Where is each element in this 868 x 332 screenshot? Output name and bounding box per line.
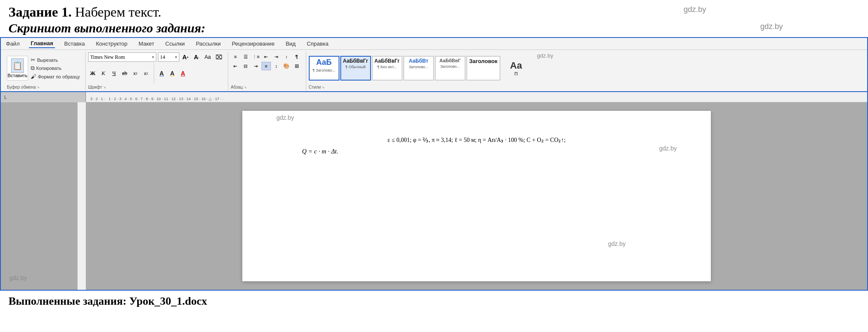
ruler: L gdz.by 3 · 2 · 1 · 1 · 2 · 3 · 4 · 5 ·… (1, 92, 867, 102)
styles-content: АаБ ¶ Заголово... АаБбВвГг ¶ Обычный АаБ… (309, 52, 553, 84)
style-label-5: Заголово... (440, 64, 460, 69)
style-preview-1: АаБ (316, 58, 332, 67)
menu-layout[interactable]: Макет (137, 40, 156, 48)
align-left-button[interactable]: ⇤ (231, 62, 240, 70)
cut-button[interactable]: ✂ Вырезать (30, 56, 81, 64)
menu-home[interactable]: Главная (29, 39, 55, 48)
menu-help[interactable]: Справка (305, 40, 330, 48)
size-dropdown-arrow: ▾ (175, 55, 177, 59)
style-preview-4: АаБбВт (409, 58, 428, 64)
multilevel-button[interactable]: ⋮≡ (251, 52, 261, 61)
justify-button[interactable]: ≡ (262, 62, 271, 70)
borders-button[interactable]: ⊞ (292, 62, 302, 70)
style-label-2: ¶ Обычный (345, 65, 365, 69)
style-card-heading2[interactable]: АаБбВт Заголово... (403, 56, 434, 81)
clipboard-label: Буфер обмена ↘ (7, 84, 40, 89)
style-label-1: ¶ Заголово... (313, 68, 335, 72)
word-window: Файл Главная Вставка Конструктор Макет С… (0, 37, 868, 291)
font-content: Times New Rom ▾ 14 ▾ A+ A- Aa ⌧ Ж К Ч (88, 52, 224, 84)
clipboard-content: 📋 Вставить ✂ Вырезать ⧉ Копировать 🖌 Фор… (7, 52, 81, 84)
gdz-page-lower: gdz.by (608, 240, 626, 247)
style-card-normal[interactable]: АаБбВвГг ¶ Обычный (340, 56, 371, 81)
formula-line: ε ≤ 0,001; φ = ⅔, π ≈ 3,14; ℓ = 50 м; η … (276, 136, 677, 144)
font-row-2: Ж К Ч ab x2 x2 A A A (88, 63, 188, 84)
para-row-1: ≡ ☰ ⋮≡ ⇤ ⇥ ↕ ¶ (231, 52, 302, 61)
style-label-3: ¶ Без инт... (377, 65, 397, 69)
show-marks-button[interactable]: ¶ (292, 52, 302, 61)
format-painter-button[interactable]: 🖌 Формат по образцу (30, 73, 81, 80)
clipboard-group: 📋 Вставить ✂ Вырезать ⧉ Копировать 🖌 Фор… (4, 52, 86, 90)
task-title: Задание 1. Наберем текст. (9, 4, 859, 20)
font-size-selector[interactable]: 14 ▾ (158, 52, 179, 62)
menu-mailings[interactable]: Рассылки (194, 40, 222, 48)
menu-file[interactable]: Файл (4, 40, 21, 48)
decrease-font-button[interactable]: A- (192, 52, 201, 62)
styles-label: Стили ↘ (309, 84, 325, 89)
bold-button[interactable]: Ж (88, 69, 98, 78)
font-group: Times New Rom ▾ 14 ▾ A+ A- Aa ⌧ Ж К Ч (86, 52, 228, 90)
vertical-ruler (78, 102, 86, 290)
line-spacing-button[interactable]: ↕ (272, 62, 281, 70)
ruler-scale: 3 · 2 · 1 · 1 · 2 · 3 · 4 · 5 · 6 · 7 · … (86, 92, 867, 102)
ruler-left: L gdz.by (1, 92, 86, 102)
underline-button[interactable]: Ч (109, 69, 119, 78)
subscript-button[interactable]: x2 (131, 69, 140, 78)
styles-arrow[interactable]: ↘ (322, 85, 325, 89)
style-card-heading4[interactable]: Заголовок (466, 56, 500, 81)
paragraph-content: ≡ ☰ ⋮≡ ⇤ ⇥ ↕ ¶ ⇤ ⊟ ⇥ ≡ ↕ 🎨 ⊞ (231, 52, 302, 84)
italic-button[interactable]: К (99, 69, 108, 78)
bullets-button[interactable]: ≡ (231, 52, 240, 61)
ribbon: 📋 Вставить ✂ Вырезать ⧉ Копировать 🖌 Фор… (1, 50, 867, 92)
font-row-1: Times New Rom ▾ 14 ▾ A+ A- Aa ⌧ (88, 52, 224, 62)
menu-links[interactable]: Ссылки (164, 40, 187, 48)
font-color-btn-a[interactable]: A (157, 69, 167, 78)
sort-button[interactable]: ↕ (282, 52, 291, 61)
gdz-watermark-1: gdz.by (684, 5, 706, 14)
clear-format-button[interactable]: ⌧ (214, 52, 224, 62)
font-selector[interactable]: Times New Rom ▾ (88, 52, 156, 62)
style-card-nospace[interactable]: АаБбВвГг ¶ Без инт... (372, 56, 402, 81)
style-preview-3: АаБбВвГг (374, 58, 400, 64)
strikethrough-button[interactable]: ab (120, 69, 129, 78)
format-painter-icon: 🖌 (31, 73, 36, 80)
para-row-2: ⇤ ⊟ ⇥ ≡ ↕ 🎨 ⊞ (231, 62, 302, 70)
top-area: gdz.by gdz.by Задание 1. Наберем текст. … (0, 0, 868, 37)
align-right-button[interactable]: ⇥ (251, 62, 261, 70)
gdz-page-mid: gdz.by (659, 145, 677, 152)
ruler-l-label: L (4, 95, 7, 100)
italic-formula: Q = c · m · Δt. (302, 148, 677, 155)
font-highlight-btn[interactable]: A (168, 69, 177, 78)
align-center-button[interactable]: ⊟ (241, 62, 250, 70)
aa-button[interactable]: Aa (203, 52, 213, 62)
styles-gdz: gdz.by (537, 52, 553, 59)
copy-button[interactable]: ⧉ Копировать (30, 64, 81, 72)
page-content: ε ≤ 0,001; φ = ⅔, π ≈ 3,14; ℓ = 50 м; η … (276, 136, 677, 155)
style-preview-6: Заголовок (469, 58, 497, 65)
indent-button[interactable]: ⇥ (272, 52, 281, 61)
style-card-large[interactable]: Аа П (501, 56, 531, 81)
font-arrow[interactable]: ↘ (103, 85, 106, 89)
doc-left-bar: gdz.by (1, 102, 86, 290)
menu-insert[interactable]: Вставка (63, 40, 86, 48)
superscript-button[interactable]: x2 (141, 69, 151, 78)
menu-review[interactable]: Рецензирование (230, 40, 276, 48)
shading-button[interactable]: 🎨 (282, 62, 291, 70)
style-preview-2: АаБбВвГг (343, 58, 368, 64)
clipboard-arrow[interactable]: ↘ (37, 85, 40, 89)
paste-icon: 📋 (11, 58, 24, 73)
menu-constructor[interactable]: Конструктор (94, 40, 129, 48)
font-color-btn-red[interactable]: A (178, 69, 188, 78)
document-page[interactable]: gdz.by gdz.by gdz.by ε ≤ 0,001; φ = ⅔, π… (242, 111, 711, 281)
paragraph-group: ≡ ☰ ⋮≡ ⇤ ⇥ ↕ ¶ ⇤ ⊟ ⇥ ≡ ↕ 🎨 ⊞ (228, 52, 306, 90)
paragraph-arrow[interactable]: ↘ (244, 85, 247, 89)
numbering-button[interactable]: ☰ (241, 52, 250, 61)
increase-font-button[interactable]: A+ (181, 52, 190, 62)
clipboard-buttons: ✂ Вырезать ⧉ Копировать 🖌 Формат по обра… (30, 56, 81, 80)
paste-button[interactable]: 📋 Вставить (7, 56, 28, 81)
style-card-heading3[interactable]: АаБбВвГ Заголово... (435, 56, 466, 81)
style-card-heading1[interactable]: АаБ ¶ Заголово... (309, 56, 339, 81)
menu-view[interactable]: Вид (284, 40, 298, 48)
separator-1 (154, 63, 154, 84)
document-area: gdz.by gdz.by gdz.by gdz.by ε ≤ 0,001; φ… (1, 102, 867, 290)
outdent-button[interactable]: ⇤ (262, 52, 271, 61)
